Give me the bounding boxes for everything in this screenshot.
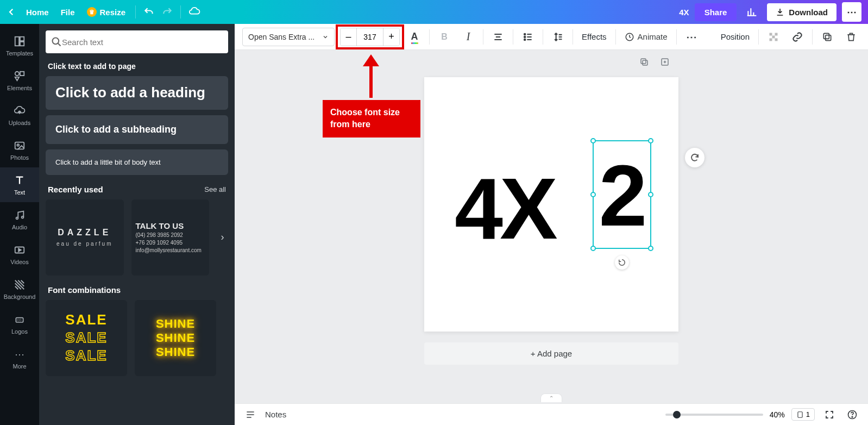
zoom-value[interactable]: 40% (770, 410, 785, 419)
spacing-button[interactable] (549, 28, 567, 46)
notes-button[interactable]: Notes (265, 410, 286, 419)
bold-button[interactable]: B (435, 28, 454, 46)
page-count-button[interactable]: 1 (791, 408, 815, 421)
recent-thumb-talk[interactable]: TALK TO US (04) 298 3985 2092 +76 209 10… (131, 199, 210, 276)
svg-rect-24 (643, 60, 647, 65)
file-button[interactable]: File (59, 4, 77, 20)
resize-handle[interactable] (590, 138, 596, 143)
alignment-button[interactable] (489, 28, 507, 46)
rotate-handle[interactable] (615, 255, 629, 270)
add-subheading-card[interactable]: Click to add a subheading (46, 115, 228, 144)
text-element-2[interactable]: 2 (594, 141, 650, 250)
search-input[interactable] (62, 38, 223, 47)
shine-line: SHINE (156, 331, 195, 345)
page-count-value: 1 (806, 410, 810, 418)
download-button[interactable]: Download (767, 3, 836, 21)
resize-handle[interactable] (648, 246, 653, 251)
duplicate-page-icon[interactable] (637, 54, 652, 70)
share-button[interactable]: Share (695, 3, 737, 21)
design-page[interactable]: 4X 2 (424, 77, 678, 332)
separator (180, 5, 181, 18)
fullscreen-icon[interactable] (821, 407, 838, 423)
list-button[interactable] (519, 28, 537, 46)
add-body-card[interactable]: Click to add a little bit of body text (46, 149, 228, 175)
scroll-right-icon[interactable]: › (217, 232, 228, 243)
home-button[interactable]: Home (24, 4, 51, 20)
recent-thumb-dazzle[interactable]: DAZZLE eau de parfum (46, 199, 124, 276)
document-title[interactable]: 4X (679, 8, 689, 17)
search-box[interactable] (46, 30, 228, 53)
italic-button[interactable]: I (459, 28, 477, 46)
combo-thumb-sale[interactable]: SALE SALE SALE (46, 300, 127, 376)
chevron-down-icon (322, 34, 329, 40)
separator (812, 29, 813, 45)
font-size-input[interactable] (357, 28, 383, 46)
zoom-slider[interactable] (665, 414, 763, 416)
text-element-4x[interactable]: 4X (455, 159, 555, 259)
help-icon[interactable] (844, 407, 860, 423)
position-button[interactable]: Position (718, 32, 753, 41)
audio-icon (13, 209, 26, 222)
cloud-sync-icon[interactable] (188, 6, 200, 18)
thumb-line: +76 209 1092 4095 (136, 240, 205, 246)
add-heading-card[interactable]: Click to add a heading (46, 76, 228, 110)
nav-uploads[interactable]: Uploads (0, 98, 39, 133)
nav-elements[interactable]: Elements (0, 63, 39, 98)
add-page-button[interactable]: + Add page (424, 342, 678, 365)
duplicate-button[interactable] (818, 28, 836, 46)
nav-label: Text (14, 189, 25, 196)
text-color-button[interactable]: A (405, 28, 424, 46)
nav-videos[interactable]: Videos (0, 237, 39, 272)
transparency-button[interactable] (764, 28, 783, 46)
effects-button[interactable]: Effects (578, 32, 610, 41)
insights-icon[interactable] (742, 2, 762, 22)
toolbar-more-button[interactable]: ⋯ (682, 28, 701, 46)
logos-icon: CO. (13, 313, 26, 326)
expand-pages-button[interactable]: ⌃ (540, 393, 562, 402)
back-icon[interactable] (7, 7, 16, 17)
resize-button[interactable]: ♛Resize (85, 4, 128, 20)
resize-handle[interactable] (590, 246, 596, 251)
notes-icon[interactable] (242, 407, 259, 423)
resize-handle[interactable] (590, 192, 596, 197)
sale-line: SALE (65, 329, 107, 346)
svg-point-8 (22, 216, 24, 218)
canvas-stage[interactable]: 4X 2 + Add page (235, 50, 868, 403)
nav-label: Elements (7, 85, 32, 91)
separator (513, 29, 513, 45)
undo-icon[interactable] (143, 7, 154, 17)
see-all-link[interactable]: See all (204, 185, 226, 193)
crown-icon: ♛ (87, 7, 97, 17)
nav-label: Background (4, 293, 36, 300)
search-icon (51, 36, 62, 47)
selected-text-element[interactable]: 2 (593, 140, 651, 249)
more-icon: ⋯ (13, 348, 26, 361)
combo-thumb-shine[interactable]: SHINE SHINE SHINE (135, 300, 216, 376)
nav-background[interactable]: Background (0, 272, 39, 307)
font-size-increase-button[interactable]: + (383, 28, 399, 46)
nav-text[interactable]: Text (0, 167, 39, 202)
more-menu-button[interactable]: ⋯ (842, 2, 861, 22)
nav-photos[interactable]: Photos (0, 133, 39, 167)
nav-logos[interactable]: CO.Logos (0, 307, 39, 341)
separator (758, 29, 759, 45)
font-family-dropdown[interactable]: Open Sans Extra ... (242, 28, 335, 46)
nav-templates[interactable]: Templates (0, 28, 39, 63)
separator (573, 29, 573, 45)
animate-button[interactable]: Animate (621, 28, 671, 46)
resize-handle[interactable] (648, 138, 653, 143)
delete-button[interactable] (842, 28, 860, 46)
zoom-thumb[interactable] (673, 411, 681, 418)
nav-audio[interactable]: Audio (0, 202, 39, 237)
download-label: Download (789, 8, 828, 17)
regenerate-icon[interactable] (685, 148, 705, 167)
nav-more[interactable]: ⋯More (0, 341, 39, 376)
link-button[interactable] (788, 28, 807, 46)
add-page-icon[interactable] (657, 54, 672, 70)
redo-icon[interactable] (162, 7, 173, 17)
svg-rect-0 (15, 37, 19, 46)
resize-label: Resize (100, 8, 126, 17)
resize-handle[interactable] (648, 192, 653, 197)
templates-icon (13, 35, 26, 48)
font-size-decrease-button[interactable]: – (341, 28, 357, 46)
